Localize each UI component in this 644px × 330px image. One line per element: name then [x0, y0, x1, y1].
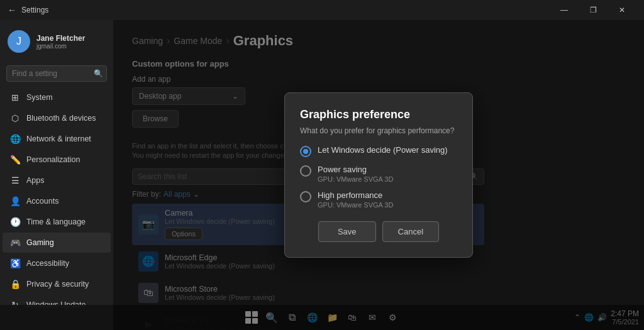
radio-circle-windows-decide: [300, 146, 311, 157]
app-container: J Jane Fletcher jgmail.com 🔍 ⊞ System ⬡ …: [0, 20, 644, 330]
titlebar-left: ← Settings: [8, 5, 48, 15]
sidebar-item-accessibility[interactable]: ♿ Accessibility: [3, 253, 111, 273]
sidebar-item-label: Apps: [26, 176, 45, 185]
titlebar: ← Settings — ❐ ✕: [0, 0, 644, 20]
titlebar-controls: — ❐ ✕: [550, 0, 636, 20]
search-input[interactable]: [6, 65, 107, 82]
close-button[interactable]: ✕: [608, 0, 636, 20]
radio-option-windows-decide[interactable]: Let Windows decide (Power saving): [300, 145, 457, 157]
radio-label-high-performance: High performance GPU: VMware SVGA 3D: [318, 190, 393, 209]
gaming-icon: 🎮: [10, 238, 20, 248]
dialog-title: Graphics preference: [300, 108, 457, 121]
radio-option-power-saving[interactable]: Power saving GPU: VMware SVGA 3D: [300, 165, 457, 183]
sidebar-item-label: Accessibility: [26, 259, 69, 268]
radio-circle-power-saving: [300, 165, 311, 177]
dialog-subtitle: What do you prefer for graphics performa…: [300, 126, 457, 135]
user-section: J Jane Fletcher jgmail.com: [0, 20, 113, 63]
content-area: Gaming › Game Mode › Graphics Custom opt…: [113, 20, 644, 330]
restore-button[interactable]: ❐: [579, 0, 608, 20]
personalization-icon: ✏️: [10, 155, 20, 165]
sidebar: J Jane Fletcher jgmail.com 🔍 ⊞ System ⬡ …: [0, 20, 113, 330]
sidebar-item-system[interactable]: ⊞ System: [3, 87, 111, 107]
sidebar-item-label: Privacy & security: [26, 280, 89, 289]
sidebar-item-label: Network & internet: [26, 135, 91, 143]
network-icon: 🌐: [10, 134, 20, 144]
minimize-button[interactable]: —: [550, 0, 579, 20]
graphics-preference-dialog: Graphics preference What do you prefer f…: [284, 92, 473, 258]
radio-option-high-performance[interactable]: High performance GPU: VMware SVGA 3D: [300, 190, 457, 209]
user-info: Jane Fletcher jgmail.com: [36, 34, 85, 50]
search-box[interactable]: 🔍: [6, 65, 107, 82]
save-button[interactable]: Save: [318, 221, 376, 242]
apps-icon: ☰: [10, 175, 20, 185]
sidebar-item-label: System: [26, 93, 53, 102]
sidebar-item-privacy[interactable]: 🔒 Privacy & security: [3, 274, 111, 294]
sidebar-item-network[interactable]: 🌐 Network & internet: [3, 129, 111, 149]
radio-label-windows-decide: Let Windows decide (Power saving): [318, 145, 448, 155]
search-icon: 🔍: [94, 69, 103, 78]
titlebar-title: Settings: [21, 6, 48, 14]
user-name: Jane Fletcher: [36, 34, 85, 43]
system-icon: ⊞: [10, 92, 20, 102]
sidebar-item-time[interactable]: 🕐 Time & language: [3, 212, 111, 232]
dialog-buttons: Save Cancel: [300, 221, 457, 242]
time-icon: 🕐: [10, 217, 20, 227]
cancel-button[interactable]: Cancel: [382, 221, 439, 242]
sidebar-item-personalization[interactable]: ✏️ Personalization: [3, 150, 111, 170]
accounts-icon: 👤: [10, 196, 20, 206]
dialog-overlay: Graphics preference What do you prefer f…: [113, 20, 644, 330]
sidebar-item-bluetooth[interactable]: ⬡ Bluetooth & devices: [3, 108, 111, 128]
privacy-icon: 🔒: [10, 279, 20, 289]
sidebar-item-apps[interactable]: ☰ Apps: [3, 170, 111, 190]
sidebar-item-accounts[interactable]: 👤 Accounts: [3, 191, 111, 211]
bluetooth-icon: ⬡: [10, 113, 20, 123]
sidebar-item-label: Gaming: [26, 238, 54, 247]
user-email: jgmail.com: [36, 43, 85, 50]
radio-circle-high-performance: [300, 191, 311, 202]
sidebar-item-label: Bluetooth & devices: [26, 114, 96, 123]
radio-label-power-saving: Power saving GPU: VMware SVGA 3D: [318, 165, 393, 183]
sidebar-item-label: Accounts: [26, 197, 58, 206]
accessibility-icon: ♿: [10, 258, 20, 268]
sidebar-item-gaming[interactable]: 🎮 Gaming: [3, 233, 111, 253]
back-icon[interactable]: ←: [8, 5, 16, 15]
sidebar-item-label: Personalization: [26, 155, 80, 164]
avatar: J: [8, 30, 30, 53]
sidebar-nav: ⊞ System ⬡ Bluetooth & devices 🌐 Network…: [0, 87, 113, 316]
sidebar-item-label: Time & language: [26, 217, 86, 226]
